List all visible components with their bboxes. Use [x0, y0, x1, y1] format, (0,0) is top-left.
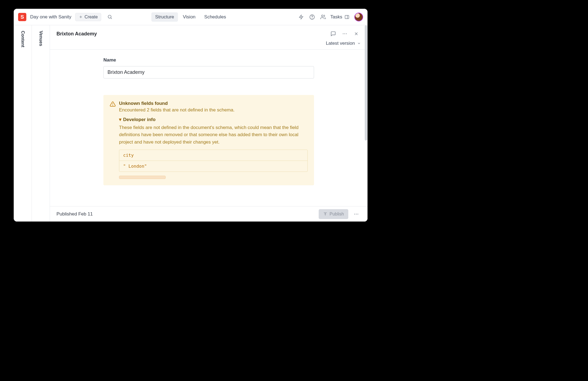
svg-point-10 [343, 33, 344, 34]
form-scroll[interactable]: Name Unknown fields found Encountered 2 … [50, 50, 368, 206]
document-menu-button[interactable] [340, 29, 349, 38]
publish-button[interactable]: Publish [319, 209, 348, 219]
bolt-icon [299, 15, 304, 19]
partial-button[interactable] [119, 176, 166, 179]
tasks-label: Tasks [330, 14, 342, 20]
help-button[interactable] [307, 12, 317, 22]
unknown-fields-warning: Unknown fields found Encountered 2 field… [103, 95, 314, 185]
close-icon [354, 31, 359, 36]
warning-subtitle: Encountered 2 fields that are not define… [119, 107, 308, 113]
unknown-field-key: city [119, 150, 307, 161]
svg-marker-4 [299, 15, 303, 19]
dots-icon [354, 211, 359, 217]
publish-status: Published Feb 11 [56, 211, 93, 217]
dots-icon [342, 31, 347, 37]
close-button[interactable] [352, 29, 361, 38]
svg-point-19 [354, 214, 355, 214]
document-title: Brixton Academy [56, 31, 97, 37]
tab-label: Schedules [204, 14, 226, 19]
name-input[interactable] [103, 66, 314, 79]
unknown-fields-table: city " London" [119, 150, 308, 172]
topbar: S Day one with Sanity Create Structure V… [14, 9, 368, 25]
presence-button[interactable] [318, 12, 328, 22]
unknown-field-value: " London" [119, 161, 307, 172]
rail-content-label[interactable]: Content [20, 31, 25, 47]
tab-structure[interactable]: Structure [151, 12, 178, 22]
svg-point-16 [113, 105, 113, 105]
svg-point-21 [358, 214, 358, 214]
tab-label: Vision [183, 14, 196, 19]
svg-point-6 [312, 18, 312, 18]
topbar-right: Tasks [296, 12, 363, 22]
bolt-button[interactable] [296, 12, 306, 22]
comment-icon [330, 31, 336, 37]
developer-info-label: Developer info [123, 117, 156, 122]
create-button-label: Create [84, 15, 98, 19]
body: Content Venues Brixton Academy [14, 25, 368, 222]
scrollbar-thumb[interactable] [365, 50, 367, 141]
search-button[interactable] [105, 12, 114, 22]
rail-content: Content [14, 25, 32, 222]
name-label: Name [103, 57, 314, 63]
comments-button[interactable] [329, 29, 338, 38]
chevron-down-icon [357, 41, 361, 45]
document-pane: Brixton Academy [50, 25, 368, 222]
svg-rect-8 [345, 15, 349, 19]
avatar[interactable] [354, 13, 363, 21]
nav-tabs: Structure Vision Schedules [151, 12, 230, 22]
app-logo[interactable]: S [18, 13, 26, 21]
svg-point-2 [108, 15, 111, 18]
svg-line-3 [111, 18, 112, 19]
developer-info-toggle[interactable]: ▾ Developer info [119, 117, 308, 122]
search-icon [107, 14, 112, 19]
warning-icon [110, 101, 116, 107]
document-footer: Published Feb 11 Publish [50, 206, 368, 222]
form: Name Unknown fields found Encountered 2 … [103, 57, 314, 185]
create-button[interactable]: Create [75, 13, 101, 21]
warning-title: Unknown fields found [119, 101, 308, 106]
project-title: Day one with Sanity [30, 14, 71, 20]
svg-point-7 [321, 15, 323, 17]
app-window: S Day one with Sanity Create Structure V… [14, 9, 368, 222]
users-icon [320, 14, 326, 20]
rail-venues: Venues [32, 25, 50, 222]
version-select[interactable]: Latest version [326, 41, 361, 46]
footer-menu-button[interactable] [352, 209, 361, 219]
svg-point-20 [356, 214, 357, 214]
app-logo-letter: S [21, 14, 24, 20]
svg-point-12 [346, 33, 347, 34]
publish-icon [323, 212, 327, 216]
publish-label: Publish [330, 212, 344, 217]
tab-vision[interactable]: Vision [179, 12, 199, 22]
tasks-button[interactable]: Tasks [329, 14, 350, 20]
tab-schedules[interactable]: Schedules [200, 12, 230, 22]
version-label: Latest version [326, 41, 355, 46]
svg-point-11 [344, 33, 345, 34]
developer-info-desc: These fields are not defined in the docu… [119, 124, 308, 146]
panel-icon [344, 15, 349, 19]
document-header: Brixton Academy [50, 25, 368, 49]
caret-down-icon: ▾ [119, 117, 121, 122]
tab-label: Structure [155, 14, 174, 19]
plus-icon [79, 15, 83, 19]
rail-venues-label[interactable]: Venues [38, 31, 43, 46]
help-icon [309, 14, 315, 20]
